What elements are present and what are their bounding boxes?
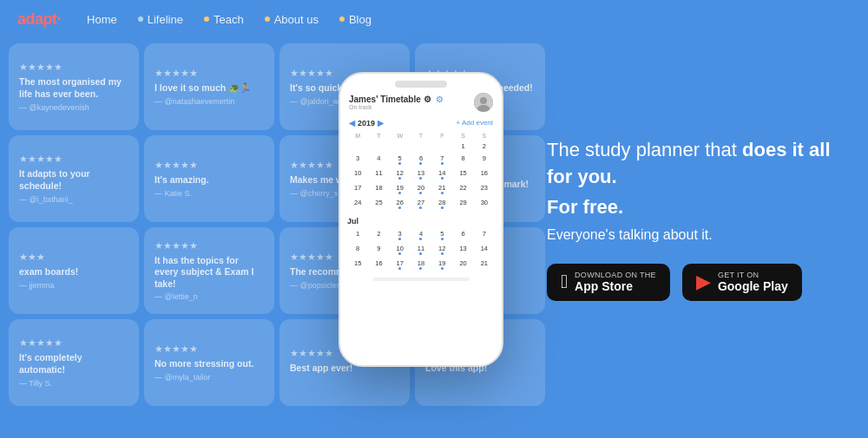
add-event-button[interactable]: + Add event <box>457 119 493 127</box>
nav-links: Home Lifeline Teach About us Blog <box>87 13 372 26</box>
googleplay-small-text: GET IT ON <box>718 271 788 280</box>
review-card: ★★★★★ It adapts to your schedule! — @i_b… <box>9 135 139 222</box>
appstore-small-text: Download on the <box>575 271 656 280</box>
phone-gear-icon: ⚙ <box>436 95 444 104</box>
googleplay-big-text: Google Play <box>718 279 788 294</box>
calendar-grid: M T W T F S S 1 2 3 4 5 6 7 8 9 10 <box>340 131 502 213</box>
apple-icon:  <box>561 271 568 293</box>
nav-item-aboutus[interactable]: About us <box>265 13 319 26</box>
review-card: ★★★★★ I love it so much 🐢🏃 — @natashaeve… <box>144 43 274 130</box>
calendar-row: 3 4 5 6 7 8 9 <box>347 153 495 167</box>
review-card: ★★★★★ No more stressing out. — @myla_tai… <box>144 319 274 406</box>
calendar-row: 1 2 <box>347 141 495 152</box>
calendar-year: ◀ 2019 ▶ <box>349 119 384 127</box>
free-text: For free. <box>547 196 833 219</box>
nav-item-lifeline[interactable]: Lifeline <box>138 13 183 26</box>
logo[interactable]: adapt· <box>17 10 61 29</box>
appstore-button[interactable]:  Download on the App Store <box>547 264 670 302</box>
weekday-headers: M T W T F S S <box>347 133 495 139</box>
phone-subtitle: On track <box>349 104 444 110</box>
review-card: ★★★ exam boards! — jjemma <box>9 227 139 314</box>
calendar-row: 1 2 3 4 5 6 7 <box>347 228 495 242</box>
calendar-row: 8 9 10 11 12 13 14 <box>347 243 495 257</box>
calendar-row: 24 25 26 27 28 29 30 <box>347 197 495 211</box>
phone-mockup: James' Timetable ⚙ ⚙ On track ◀ 2019 ▶ +… <box>339 72 503 367</box>
everyone-text: Everyone's talking about it. <box>547 227 833 243</box>
nav-item-home[interactable]: Home <box>87 13 117 26</box>
nav-dot-blog <box>339 16 345 22</box>
phone-notch <box>395 81 447 88</box>
nav-dot-teach <box>204 16 209 22</box>
calendar-grid-jul: 1 2 3 4 5 6 7 8 9 10 11 12 13 14 15 16 1… <box>340 226 502 274</box>
nav-item-blog[interactable]: Blog <box>339 13 372 26</box>
month-label-jul: Jul <box>340 213 502 226</box>
avatar <box>474 93 493 112</box>
tagline: The study planner that does it all for y… <box>547 137 833 191</box>
calendar-row: 10 11 12 13 14 15 16 <box>347 167 495 181</box>
calendar-nav: ◀ 2019 ▶ + Add event <box>340 115 502 131</box>
right-panel: The study planner that does it all for y… <box>521 0 868 438</box>
review-card: ★★★★★ The most organised my life has eve… <box>9 43 139 130</box>
googleplay-button[interactable]: ▶ GET IT ON Google Play <box>682 264 802 302</box>
svg-point-1 <box>480 97 487 104</box>
review-card: ★★★★★ It's amazing. — Katie S. <box>144 135 274 222</box>
phone-title: James' Timetable ⚙ <box>349 95 431 104</box>
calendar-row: 15 16 17 18 19 20 21 <box>347 258 495 271</box>
nav-dot-lifeline <box>138 16 143 22</box>
nav-item-teach[interactable]: Teach <box>204 13 244 26</box>
review-card: ★★★★★ It has the topics for every subjec… <box>144 227 274 314</box>
google-play-icon: ▶ <box>696 271 711 293</box>
phone-header: James' Timetable ⚙ ⚙ On track <box>340 91 502 115</box>
nav-dot-aboutus <box>265 16 270 22</box>
navbar: adapt· Home Lifeline Teach About us Blog <box>0 0 868 38</box>
store-buttons:  Download on the App Store ▶ GET IT ON … <box>547 264 833 302</box>
svg-point-2 <box>477 105 490 112</box>
phone-home-indicator <box>372 278 470 281</box>
appstore-big-text: App Store <box>575 279 656 294</box>
review-card: ★★★★★ It's completely automatic! — Tilly… <box>9 319 139 406</box>
calendar-row: 17 18 19 20 21 22 23 <box>347 182 495 196</box>
